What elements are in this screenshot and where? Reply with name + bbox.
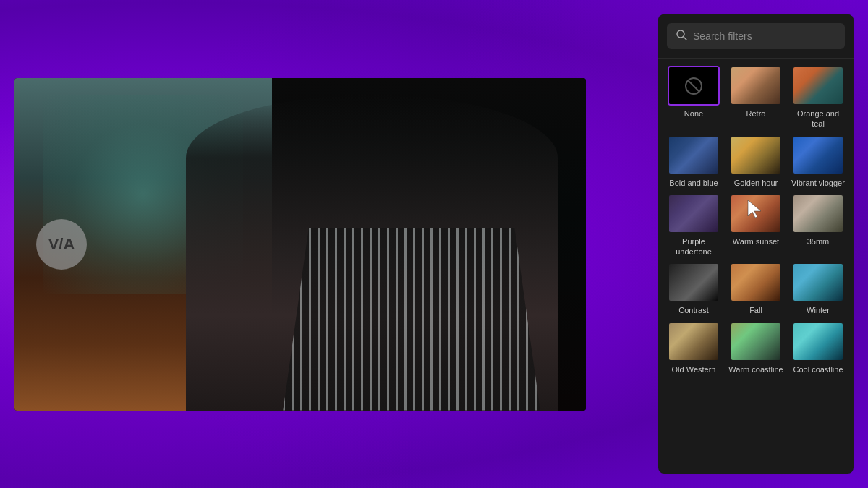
filter-item-bold-blue[interactable]: Bold and blue <box>665 135 722 188</box>
filter-thumb-golden-hour <box>730 135 782 175</box>
filter-thumb-warm-sunset <box>730 194 782 234</box>
filter-thumb-cool-coastline <box>792 322 844 361</box>
filter-item-purple-undertone[interactable]: Purple undertone <box>665 194 722 257</box>
filter-label-vibrant-vlogger: Vibrant vlogger <box>791 178 845 188</box>
filter-thumb-fall <box>730 262 782 302</box>
filter-thumb-warm-coastline <box>730 322 782 361</box>
filter-item-contrast[interactable]: Contrast <box>665 262 722 315</box>
filter-label-winter: Winter <box>807 305 830 315</box>
filter-label-warm-coastline: Warm coastline <box>728 364 783 374</box>
filter-label-cool-coastline: Cool coastline <box>793 364 843 374</box>
filter-item-cool-coastline[interactable]: Cool coastline <box>790 322 846 374</box>
filter-thumb-bold-blue <box>668 135 720 175</box>
filter-thumb-35mm <box>792 194 844 234</box>
filter-label-bold-blue: Bold and blue <box>669 178 718 188</box>
svg-marker-4 <box>748 200 761 218</box>
filter-label-orange-teal: Orange and teal <box>790 108 846 129</box>
filter-item-35mm[interactable]: 35mm <box>790 194 846 257</box>
filter-item-old-western[interactable]: Old Western <box>665 322 722 374</box>
filter-item-retro[interactable]: Retro <box>728 66 784 129</box>
filter-item-vibrant-vlogger[interactable]: Vibrant vlogger <box>790 135 846 188</box>
filter-label-none: None <box>684 108 703 119</box>
filter-item-fall[interactable]: Fall <box>728 262 784 315</box>
filter-label-retro: Retro <box>746 108 766 119</box>
filter-item-winter[interactable]: Winter <box>790 262 846 315</box>
filter-label-golden-hour: Golden hour <box>734 178 778 188</box>
filter-item-none[interactable]: None <box>665 66 722 129</box>
logo-watermark: V/A <box>36 219 87 270</box>
logo-text: V/A <box>48 235 75 254</box>
filter-label-fall: Fall <box>749 305 762 315</box>
filters-panel: None Retro Orange and teal <box>658 14 854 474</box>
filter-label-contrast: Contrast <box>678 305 709 315</box>
video-preview: V/A <box>14 78 586 411</box>
search-bar <box>658 14 854 59</box>
filter-item-warm-sunset[interactable]: Warm sunset <box>728 194 784 257</box>
video-inner: V/A <box>14 78 586 411</box>
filter-thumb-winter <box>792 262 844 302</box>
search-input[interactable] <box>693 30 836 42</box>
filter-thumb-vibrant-vlogger <box>792 135 844 175</box>
filter-thumb-contrast <box>668 262 720 302</box>
search-icon <box>676 29 687 43</box>
filter-thumb-orange-teal <box>792 66 844 106</box>
filters-grid: None Retro Orange and teal <box>658 59 854 474</box>
svg-line-3 <box>688 80 699 92</box>
search-input-wrapper[interactable] <box>667 23 845 49</box>
main-container: V/A <box>0 0 868 488</box>
shirt-stripes <box>283 228 540 411</box>
filter-label-old-western: Old Western <box>672 364 716 374</box>
filter-label-35mm: 35mm <box>807 236 830 247</box>
filter-item-warm-coastline[interactable]: Warm coastline <box>728 322 784 374</box>
filter-item-orange-teal[interactable]: Orange and teal <box>790 66 846 129</box>
svg-line-1 <box>684 37 686 40</box>
filter-label-purple-undertone: Purple undertone <box>665 236 722 257</box>
filter-label-warm-sunset: Warm sunset <box>733 236 779 247</box>
filter-thumb-none <box>668 66 720 106</box>
filter-thumb-purple-undertone <box>668 194 720 234</box>
filter-thumb-retro <box>730 66 782 106</box>
filter-thumb-old-western <box>668 322 720 361</box>
filter-item-golden-hour[interactable]: Golden hour <box>728 135 784 188</box>
